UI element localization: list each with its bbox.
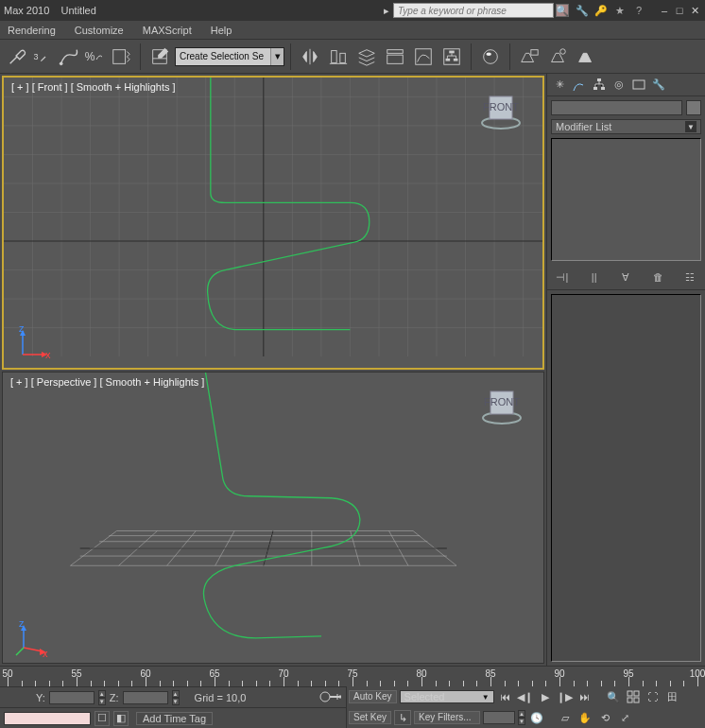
configure-sets-icon[interactable]: ☷ (681, 269, 698, 286)
modifier-stack[interactable] (551, 138, 701, 261)
align-icon[interactable] (325, 43, 352, 70)
spinner-snap-icon[interactable] (108, 43, 134, 70)
coord-y-input[interactable] (49, 691, 95, 704)
prompt-toggle-icon[interactable]: ☐ (95, 711, 110, 726)
render-setup-icon[interactable] (516, 43, 542, 70)
chevron-down-icon[interactable]: ▼ (685, 121, 696, 132)
search-dropdown-icon[interactable]: ▸ (382, 4, 391, 17)
zoom-all-icon[interactable] (625, 689, 642, 704)
close-button[interactable]: ✕ (688, 4, 701, 17)
coord-z-input[interactable] (123, 691, 168, 704)
set-key-button[interactable]: Set Key (349, 711, 391, 724)
percent-snap-icon[interactable]: % (83, 43, 106, 70)
current-frame-input[interactable] (483, 711, 515, 724)
tab-display-icon[interactable] (630, 77, 647, 94)
search-go-icon[interactable]: 🔍 (556, 4, 569, 17)
layer-manager-icon[interactable] (353, 43, 380, 70)
viewcube-perspective[interactable]: FRONT (479, 382, 524, 427)
menu-customize[interactable]: Customize (75, 25, 124, 36)
viewcube-front[interactable]: FRONT (478, 87, 524, 132)
graphite-ribbon-icon[interactable] (382, 43, 408, 70)
minimize-button[interactable]: – (658, 4, 671, 17)
svg-rect-3 (340, 53, 346, 62)
menu-rendering[interactable]: Rendering (8, 25, 56, 36)
named-selection-dropdown[interactable]: Create Selection Se ▾ (175, 47, 284, 66)
viewport-perspective[interactable]: [ + ] [ Perspective ] [ Smooth + Highlig… (2, 372, 544, 664)
communication-center-icon[interactable]: 🔧 (575, 3, 590, 18)
coord-z-spinner[interactable]: ▲▼ (172, 690, 180, 705)
pin-stack-icon[interactable]: ⊣| (554, 269, 571, 286)
subscription-icon[interactable]: 🔑 (593, 3, 609, 18)
object-name-input[interactable] (551, 100, 682, 115)
goto-start-icon[interactable]: ⏮ (497, 689, 514, 704)
search-input[interactable] (393, 3, 554, 18)
curve-editor-icon[interactable] (410, 43, 437, 70)
orbit-icon[interactable]: ⟲ (596, 710, 613, 725)
prev-frame-icon[interactable]: ◀❙ (517, 689, 534, 704)
axis-gizmo-perspective: zx (14, 619, 52, 657)
maxscript-mini-listener[interactable] (4, 712, 91, 725)
tab-utilities-icon[interactable]: 🔧 (650, 77, 667, 94)
tick-label: 70 (278, 668, 288, 679)
show-end-result-icon[interactable]: || (586, 269, 603, 286)
rendered-frame-icon[interactable] (544, 43, 571, 70)
fov-icon[interactable]: ▱ (557, 710, 574, 725)
current-frame-spinner[interactable]: ▲▼ (518, 710, 525, 725)
time-config-icon[interactable]: 🕓 (528, 710, 545, 725)
maximize-viewport-icon[interactable]: ⤢ (616, 710, 633, 725)
tab-create-icon[interactable]: ✳ (551, 77, 568, 94)
object-color-swatch[interactable] (686, 100, 701, 115)
edit-named-selection-icon[interactable] (146, 43, 173, 70)
zoom-extents-icon[interactable]: ⛶ (645, 689, 662, 704)
menu-maxscript[interactable]: MAXScript (143, 25, 192, 36)
menu-help[interactable]: Help (211, 25, 232, 36)
select-link-icon[interactable] (4, 43, 30, 70)
bind-spacewarp-icon[interactable] (55, 43, 81, 70)
auto-key-button[interactable]: Auto Key (349, 690, 397, 703)
viewport-perspective-label[interactable]: [ + ] [ Perspective ] [ Smooth + Highlig… (10, 376, 204, 388)
rollout-area[interactable] (551, 294, 701, 662)
add-time-tag-button[interactable]: Add Time Tag (136, 712, 213, 725)
zoom-extents-all-icon[interactable]: 田 (664, 689, 681, 704)
tab-motion-icon[interactable]: ◎ (610, 77, 628, 94)
unlink-icon[interactable]: 3 (32, 43, 53, 70)
help-icon[interactable]: ? (631, 3, 646, 18)
maximize-button[interactable]: □ (673, 4, 686, 17)
schematic-view-icon[interactable] (438, 43, 465, 70)
favorites-icon[interactable]: ★ (612, 3, 628, 18)
next-frame-icon[interactable]: ❙▶ (557, 689, 574, 704)
svg-text:FRONT: FRONT (484, 396, 520, 407)
viewport-front-label[interactable]: [ + ] [ Front ] [ Smooth + Highlights ] (11, 81, 176, 93)
key-filters-button[interactable]: Key Filters... (414, 711, 480, 724)
coord-y-spinner[interactable]: ▲▼ (98, 690, 106, 705)
zoom-icon[interactable]: 🔍 (605, 689, 622, 704)
time-tag-icon[interactable]: ◧ (113, 711, 129, 726)
goto-end-icon[interactable]: ⏭ (576, 689, 593, 704)
pan-icon[interactable]: ✋ (576, 710, 593, 725)
svg-point-11 (484, 49, 498, 63)
make-unique-icon[interactable]: ∀ (617, 269, 634, 286)
material-editor-icon[interactable] (477, 43, 504, 70)
grid-front (4, 78, 542, 356)
remove-modifier-icon[interactable]: 🗑 (649, 269, 666, 286)
render-production-icon[interactable] (573, 43, 599, 70)
time-slider-ruler[interactable]: 50556065707580859095100 (0, 666, 705, 686)
chevron-down-icon[interactable]: ▾ (270, 48, 284, 65)
tab-hierarchy-icon[interactable] (591, 77, 608, 94)
coord-y-label: Y: (36, 692, 45, 703)
svg-point-12 (486, 52, 491, 56)
selection-lock-icon[interactable] (319, 690, 342, 705)
tab-modify-icon[interactable] (571, 77, 588, 94)
tick-label: 95 (623, 668, 633, 679)
mirror-icon[interactable] (297, 43, 323, 70)
key-mode-toggle-icon[interactable]: ↳ (394, 710, 411, 725)
svg-rect-80 (601, 87, 605, 90)
play-icon[interactable]: ▶ (537, 689, 554, 704)
key-filter-selected-dropdown[interactable]: Selected▼ (400, 690, 494, 703)
viewport-front[interactable]: [ + ] [ Front ] [ Smooth + Highlights ] … (2, 76, 544, 370)
svg-rect-9 (446, 58, 451, 61)
modifier-list-dropdown[interactable]: Modifier List ▼ (551, 119, 701, 134)
title-bar: Max 2010 Untitled ▸ 🔍 🔧 🔑 ★ ? – □ ✕ (0, 0, 705, 21)
tick-label: 75 (347, 668, 357, 679)
spline-perspective (203, 373, 359, 638)
